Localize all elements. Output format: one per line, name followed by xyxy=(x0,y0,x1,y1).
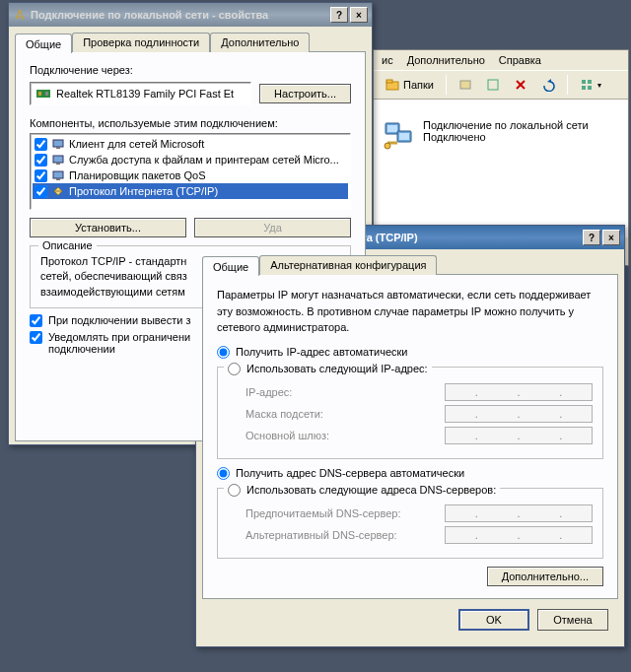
gateway-field: ... xyxy=(445,427,593,444)
service-icon xyxy=(51,168,65,182)
tab-alternate[interactable]: Альтернативная конфигурация xyxy=(259,255,437,275)
nic-icon xyxy=(36,87,50,101)
svg-rect-7 xyxy=(588,80,592,84)
network-connection-icon xyxy=(384,119,415,151)
svg-rect-13 xyxy=(399,133,409,140)
cancel-button[interactable]: Отмена xyxy=(537,609,608,631)
tab-general[interactable]: Общие xyxy=(15,34,72,53)
connection-item[interactable]: Подключение по локальной сети Подключено xyxy=(384,119,618,151)
svg-rect-11 xyxy=(387,125,397,132)
menu-item[interactable]: ис xyxy=(382,54,393,66)
svg-rect-6 xyxy=(582,80,586,84)
dns-manual-label: Использовать следующие адреса DNS-сервер… xyxy=(246,484,496,496)
views-button[interactable]: ▾ xyxy=(576,76,605,94)
tab-advanced[interactable]: Дополнительно xyxy=(210,33,310,52)
components-list[interactable]: Клиент для сетей Microsoft Служба доступ… xyxy=(30,133,351,210)
list-item-label: Служба доступа к файлам и принтерам сете… xyxy=(69,154,339,166)
menu-item-advanced[interactable]: Дополнительно xyxy=(407,54,485,66)
svg-rect-19 xyxy=(56,147,60,149)
protocol-icon xyxy=(51,184,65,198)
tabs: Общие Проверка подлинности Дополнительно xyxy=(15,33,366,52)
show-icon-label: При подключении вывести з xyxy=(48,314,190,326)
svg-rect-16 xyxy=(38,92,41,96)
menubar: ис Дополнительно Справка xyxy=(374,50,628,70)
separator xyxy=(446,75,447,95)
svg-rect-21 xyxy=(56,163,60,165)
list-item[interactable]: Служба доступа к файлам и принтерам сете… xyxy=(33,152,348,168)
description-heading: Описание xyxy=(38,238,97,253)
toolbar-button[interactable] xyxy=(455,76,476,94)
show-icon-checkbox[interactable] xyxy=(30,314,42,327)
connection-name: Подключение по локальной сети xyxy=(423,119,589,131)
menu-item-help[interactable]: Справка xyxy=(499,54,541,66)
ip-address-label: IP-адрес: xyxy=(245,386,445,398)
service-icon xyxy=(51,153,65,167)
notify-limited-checkbox[interactable] xyxy=(30,331,42,344)
configure-button[interactable]: Настроить... xyxy=(259,84,351,103)
explorer-body: Подключение по локальной сети Подключено xyxy=(374,100,628,237)
window-icon xyxy=(13,8,27,22)
svg-point-14 xyxy=(385,143,390,149)
folders-button[interactable]: Папки xyxy=(382,76,438,94)
dns-auto-radio[interactable] xyxy=(217,467,230,480)
adapter-name: Realtek RTL8139 Family PCI Fast Et xyxy=(56,88,234,100)
list-item[interactable]: Клиент для сетей Microsoft xyxy=(33,136,348,152)
dns-alternate-field: ... xyxy=(445,526,593,544)
svg-rect-17 xyxy=(45,92,48,96)
svg-rect-2 xyxy=(460,81,470,89)
ip-auto-label: Получить IP-адрес автоматически xyxy=(236,346,407,358)
toolbar: Папки ▾ xyxy=(374,70,628,100)
svg-rect-22 xyxy=(53,171,63,178)
ok-button[interactable]: OK xyxy=(458,609,529,631)
svg-rect-20 xyxy=(53,156,63,163)
svg-rect-23 xyxy=(56,178,60,180)
svg-rect-1 xyxy=(386,80,392,83)
checkbox[interactable] xyxy=(35,185,47,198)
ip-manual-label: Использовать следующий IP-адрес: xyxy=(246,363,428,374)
connect-via-label: Подключение через: xyxy=(30,64,351,76)
subnet-mask-field: ... xyxy=(445,405,593,423)
tab-general[interactable]: Общие xyxy=(202,256,259,276)
info-text: Параметры IP могут назначаться автоматич… xyxy=(217,287,603,336)
advanced-button[interactable]: Дополнительно... xyxy=(487,567,603,586)
list-item-label: Планировщик пакетов QoS xyxy=(69,169,206,181)
window-title: Подключение по локальной сети - свойства xyxy=(27,9,328,21)
tcpip-properties-window: Свойства: Протокол Интернета (TCP/IP) ? … xyxy=(195,225,625,647)
dns-auto-label: Получить адрес DNS-сервера автоматически xyxy=(236,467,464,479)
svg-rect-9 xyxy=(588,86,592,90)
tab-auth[interactable]: Проверка подлинности xyxy=(72,33,210,52)
uninstall-button[interactable]: Уда xyxy=(194,218,351,237)
list-item[interactable]: Планировщик пакетов QoS xyxy=(33,168,348,183)
svg-rect-18 xyxy=(53,140,63,147)
notify-limited-label: Уведомлять при ограничени подключении xyxy=(48,331,190,355)
titlebar[interactable]: Подключение по локальной сети - свойства… xyxy=(9,3,372,27)
tabs: Общие Альтернативная конфигурация xyxy=(202,255,618,275)
help-button[interactable]: ? xyxy=(330,7,348,23)
dns-manual-radio[interactable] xyxy=(228,484,241,497)
ip-auto-radio[interactable] xyxy=(217,346,230,359)
connection-text: Подключение по локальной сети Подключено xyxy=(423,119,589,143)
svg-rect-3 xyxy=(488,80,498,90)
list-item[interactable]: Протокол Интернета (TCP/IP) xyxy=(33,183,348,199)
separator xyxy=(567,75,568,95)
toolbar-button[interactable] xyxy=(482,76,504,94)
ip-manual-radio[interactable] xyxy=(228,363,241,375)
checkbox[interactable] xyxy=(35,138,47,151)
checkbox[interactable] xyxy=(35,154,47,167)
dns-preferred-label: Предпочитаемый DNS-сервер: xyxy=(245,507,445,519)
checkbox[interactable] xyxy=(35,169,47,182)
adapter-box: Realtek RTL8139 Family PCI Fast Et xyxy=(30,82,251,105)
subnet-mask-label: Маска подсети: xyxy=(245,408,445,420)
help-button[interactable]: ? xyxy=(583,230,600,245)
gateway-label: Основной шлюз: xyxy=(245,430,445,441)
install-button[interactable]: Установить... xyxy=(30,218,186,237)
delete-button[interactable] xyxy=(510,76,531,94)
close-button[interactable]: × xyxy=(350,7,368,23)
undo-button[interactable] xyxy=(537,76,559,94)
close-button[interactable]: × xyxy=(602,230,620,245)
list-item-label: Протокол Интернета (TCP/IP) xyxy=(69,185,218,197)
folders-label: Папки xyxy=(403,79,434,91)
components-label: Компоненты, используемые этим подключени… xyxy=(30,117,351,129)
svg-rect-8 xyxy=(582,86,586,90)
dns-preferred-field: ... xyxy=(445,504,593,522)
